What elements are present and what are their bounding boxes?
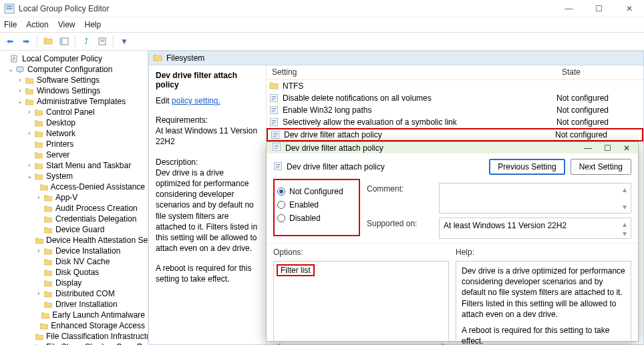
row-label: Disable delete notifications on all volu… (283, 93, 556, 103)
show-hide-tree-button[interactable] (57, 34, 71, 49)
window-title: Local Group Policy Editor (19, 4, 554, 13)
tree-root[interactable]: Local Computer Policy (0, 53, 148, 64)
forward-button[interactable]: ➡ (19, 34, 33, 49)
radio-enabled[interactable]: Enabled (277, 200, 356, 210)
tree-windows-settings[interactable]: Windows Settings (0, 85, 148, 96)
tree-file-classification[interactable]: File Classification Infrastructure (0, 331, 148, 342)
filter-button[interactable]: ▼ (117, 34, 132, 49)
dialog-maximize-button[interactable]: ☐ (604, 143, 611, 153)
tree-app-v[interactable]: App-V (0, 192, 148, 203)
menu-help[interactable]: Help (85, 20, 102, 29)
up-button[interactable] (41, 34, 55, 49)
description-text: Dev drive is a drive optimized for perfo… (156, 167, 259, 254)
dialog-icon (272, 142, 281, 153)
tree-elam[interactable]: Early Launch Antimalware (0, 310, 148, 320)
list-row[interactable]: Enable Win32 long pathsNot configured (267, 104, 643, 116)
policy-dialog: Dev drive filter attach policy — ☐ ✕ Dev… (266, 141, 639, 342)
list-row[interactable]: Disable delete notifications on all volu… (267, 92, 643, 104)
column-state[interactable]: State (556, 65, 643, 79)
supported-field: At least Windows 11 Version 22H2▴▾ (439, 218, 631, 239)
policy-tree[interactable]: Local Computer Policy Computer Configura… (0, 51, 148, 345)
tree-control-panel[interactable]: Control Panel (0, 107, 148, 117)
tree-access-denied[interactable]: Access-Denied Assistance (0, 182, 148, 192)
help-box: Dev drive is a drive optimized for perfo… (456, 261, 631, 345)
folder-icon (269, 81, 280, 91)
tree-device-installation[interactable]: Device Installation (0, 246, 148, 256)
reboot-note: A reboot is required for this setting to… (156, 263, 259, 284)
tree-network[interactable]: Network (0, 128, 148, 139)
row-label: Enable Win32 long paths (283, 105, 556, 115)
tree-device-guard[interactable]: Device Guard (0, 224, 148, 235)
list-row[interactable]: Selectively allow the evaluation of a sy… (267, 116, 643, 128)
tree-server[interactable]: Server (0, 149, 148, 160)
policy-icon (269, 105, 280, 115)
description-label: Description: (156, 157, 259, 167)
minimize-button[interactable]: — (554, 0, 584, 17)
row-state: Not configured (556, 117, 643, 127)
back-button[interactable]: ⬅ (3, 34, 17, 49)
edit-policy-link[interactable]: policy setting. (172, 96, 220, 105)
dialog-title: Dev drive filter attach policy (285, 143, 584, 153)
tree-file-share-shadow[interactable]: File Share Shadow Copy Provider (0, 342, 148, 345)
tree-distributed-com[interactable]: Distributed COM (0, 288, 148, 299)
maximize-button[interactable]: ☐ (584, 0, 614, 17)
comment-label: Comment: (367, 183, 434, 194)
policy-icon (269, 93, 280, 103)
filter-list-label: Filter list (277, 264, 315, 276)
help-label: Help: (456, 248, 631, 257)
row-state: Not configured (556, 93, 643, 103)
tree-desktop[interactable]: Desktop (0, 117, 148, 128)
radio-disabled[interactable]: Disabled (277, 214, 356, 223)
tree-administrative-templates[interactable]: Administrative Templates (0, 96, 148, 107)
export-button[interactable]: ⤴ (79, 34, 94, 49)
supported-label: Supported on: (367, 218, 434, 228)
requirements-label: Requirements: (156, 115, 259, 125)
row-label: Selectively allow the evaluation of a sy… (283, 117, 556, 127)
tree-credentials[interactable]: Credentials Delegation (0, 214, 148, 224)
pane-title: Filesystem (166, 53, 204, 63)
menu-action[interactable]: Action (26, 20, 48, 29)
dialog-sub-title: Dev drive filter attach policy (287, 162, 385, 171)
column-setting[interactable]: Setting (267, 65, 556, 79)
comment-field[interactable]: ▴▾ (439, 183, 631, 214)
row-state: Not configured (556, 105, 643, 115)
tree-printers[interactable]: Printers (0, 139, 148, 149)
requirements-text: At least Windows 11 Version 22H2 (156, 125, 259, 147)
row-label: NTFS (283, 81, 556, 91)
options-box[interactable]: Filter list ◂▸ (273, 261, 449, 345)
tree-software-settings[interactable]: Software Settings (0, 75, 148, 85)
tree-computer-configuration[interactable]: Computer Configuration (0, 64, 148, 75)
dialog-close-button[interactable]: ✕ (623, 143, 630, 153)
close-button[interactable]: ✕ (614, 0, 644, 17)
policy-icon (271, 130, 281, 139)
tree-audit-process[interactable]: Audit Process Creation (0, 203, 148, 214)
radio-not-configured[interactable]: Not Configured (277, 187, 356, 196)
folder-icon (153, 53, 162, 63)
previous-setting-button[interactable]: Previous Setting (489, 159, 565, 175)
properties-button[interactable] (95, 34, 110, 49)
app-icon (4, 3, 15, 14)
svg-rect-10 (60, 38, 63, 45)
tree-disk-quotas[interactable]: Disk Quotas (0, 267, 148, 278)
dialog-minimize-button[interactable]: — (584, 143, 592, 153)
row-label: Dev drive filter attach policy (284, 130, 555, 139)
menu-file[interactable]: File (4, 20, 17, 29)
tree-system[interactable]: System (0, 171, 148, 182)
tree-start-menu[interactable]: Start Menu and Taskbar (0, 160, 148, 171)
tree-disk-nv-cache[interactable]: Disk NV Cache (0, 256, 148, 267)
menu-view[interactable]: View (58, 20, 75, 29)
tree-enhanced-storage[interactable]: Enhanced Storage Access (0, 320, 148, 331)
options-label: Options: (273, 248, 449, 257)
dialog-sub-icon (273, 161, 283, 173)
tree-driver-installation[interactable]: Driver Installation (0, 299, 148, 310)
tree-display[interactable]: Display (0, 278, 148, 288)
policy-icon (269, 117, 280, 127)
row-state: Not configured (555, 130, 642, 139)
next-setting-button[interactable]: Next Setting (571, 159, 631, 175)
tree-device-health[interactable]: Device Health Attestation Service (0, 235, 148, 246)
selected-policy-title: Dev drive filter attach policy (156, 71, 259, 89)
list-row[interactable]: NTFS (267, 80, 643, 92)
list-row[interactable]: Dev drive filter attach policyNot config… (267, 128, 643, 141)
